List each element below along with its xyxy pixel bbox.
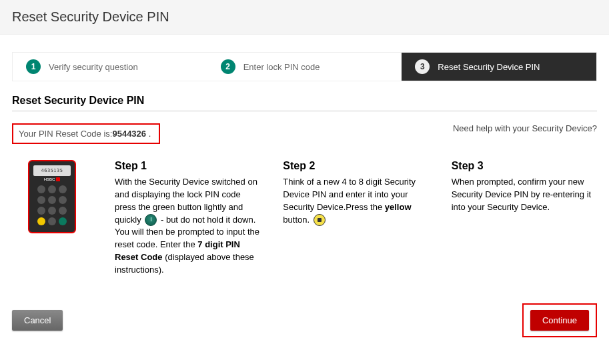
- reset-code-highlight: Your PIN Reset Code is:9544326 .: [12, 123, 160, 144]
- progress-num-2: 2: [221, 59, 235, 74]
- progress-num-1: 1: [26, 59, 41, 74]
- hsbc-logo-icon: [56, 177, 60, 181]
- progress-bar: 1 Verify security question 2 Enter lock …: [12, 52, 597, 81]
- step-2-text: Think of a new 4 to 8 digit Security Dev…: [283, 176, 428, 226]
- step-3-title: Step 3: [452, 160, 597, 172]
- step-3-text: When prompted, confirm your new Security…: [452, 176, 597, 214]
- step-2-title: Step 2: [283, 160, 428, 172]
- continue-highlight: Continue: [522, 303, 597, 337]
- step-1-text: With the Security Device switched on and…: [115, 176, 260, 277]
- progress-num-3: 3: [415, 59, 430, 74]
- progress-step-3: 3 Reset Security Device PIN: [402, 53, 596, 81]
- progress-label-2: Enter lock PIN code: [243, 62, 320, 72]
- device-brand: HSBC: [44, 177, 61, 181]
- page-header: Reset Security Device PIN: [0, 0, 609, 35]
- step-1-col: Step 1 With the Security Device switched…: [115, 160, 260, 277]
- progress-label-1: Verify security question: [49, 62, 138, 72]
- page-title: Reset Security Device PIN: [12, 9, 597, 25]
- section-title: Reset Security Device PIN: [12, 95, 597, 107]
- device-image-col: 4635135 HSBC: [12, 160, 92, 277]
- step-3-col: Step 3 When prompted, confirm your new S…: [452, 160, 597, 277]
- device-keypad: [37, 185, 67, 225]
- step-2-col: Step 2 Think of a new 4 to 8 digit Secur…: [283, 160, 428, 277]
- yellow-button-icon: [314, 214, 326, 226]
- continue-button[interactable]: Continue: [530, 310, 589, 331]
- divider: [12, 111, 597, 111]
- cancel-button[interactable]: Cancel: [12, 310, 63, 331]
- green-button-icon: [145, 214, 157, 226]
- help-link[interactable]: Need help with your Security Device?: [453, 123, 597, 133]
- step-1-title: Step 1: [115, 160, 260, 172]
- reset-code-suffix: .: [146, 129, 151, 139]
- progress-step-1: 1 Verify security question: [13, 53, 207, 81]
- progress-step-2: 2 Enter lock PIN code: [207, 53, 402, 81]
- device-screen: 4635135: [33, 165, 71, 176]
- reset-code-label: Your PIN Reset Code is:: [19, 129, 112, 139]
- reset-code-value: 9544326: [112, 129, 146, 139]
- security-device-icon: 4635135 HSBC: [28, 160, 76, 233]
- progress-label-3: Reset Security Device PIN: [438, 62, 540, 72]
